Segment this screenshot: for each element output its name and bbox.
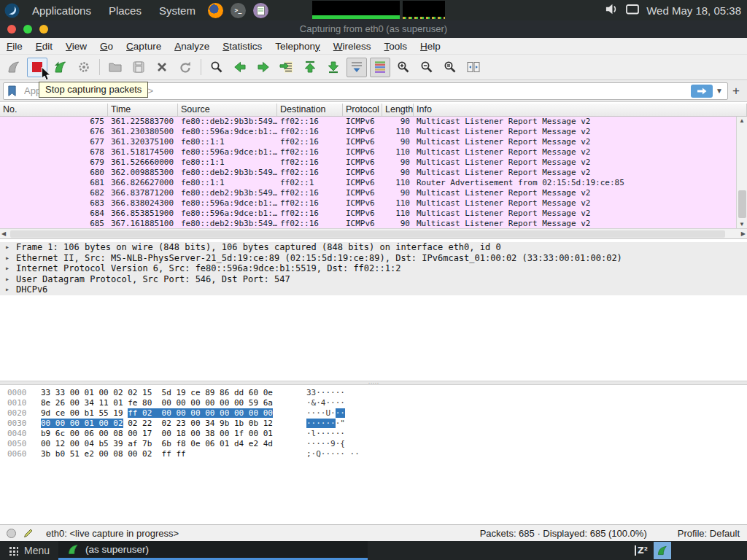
packet-row[interactable]: 682366.837871200fe80::deb2:9b3b:549…ff02… xyxy=(0,188,747,198)
menu-capture[interactable]: Capture xyxy=(120,39,168,53)
expander-icon[interactable]: ▸ xyxy=(5,274,9,285)
hscroll-thumb[interactable] xyxy=(10,230,725,238)
expert-info-icon[interactable] xyxy=(7,529,16,538)
packet-row[interactable]: 677361.320375100fe80::1:1ff02::16ICMPv69… xyxy=(0,137,747,147)
hex-ascii[interactable]: ····U··· xyxy=(306,408,345,419)
hex-ascii[interactable]: ;·Q····· ·· xyxy=(306,449,360,459)
hex-row[interactable]: 000033 33 00 01 00 02 02 15 5d 19 ce 89 … xyxy=(0,388,747,398)
scroll-up-icon[interactable]: ▲ xyxy=(737,117,747,124)
hex-row[interactable]: 00603b b0 51 e2 00 08 00 02 ff ff;·Q····… xyxy=(0,449,747,459)
menu-edit[interactable]: Edit xyxy=(29,39,59,53)
detail-row[interactable]: ▸Ethernet II, Src: MS-NLB-PhysServer-21_… xyxy=(0,253,747,264)
expander-icon[interactable]: ▸ xyxy=(5,242,9,253)
packet-row[interactable]: 680362.009885300fe80::deb2:9b3b:549…ff02… xyxy=(0,168,747,178)
applications-menu[interactable]: Applications xyxy=(23,0,100,20)
capture-options-button[interactable] xyxy=(74,58,94,77)
hex-bytes[interactable]: 3b b0 51 e2 00 08 00 02 ff ff xyxy=(41,449,186,459)
menu-tools[interactable]: Tools xyxy=(378,39,414,53)
zoom-out-button[interactable] xyxy=(417,58,437,77)
hex-bytes[interactable]: 00 00 00 01 00 02 02 22 02 23 00 34 9b 1… xyxy=(41,419,273,429)
hex-ascii[interactable]: ·······" xyxy=(306,419,345,429)
packet-row[interactable]: 681366.826627000fe80::1:1ff02::1ICMPv611… xyxy=(0,178,747,188)
packet-list-vscrollbar[interactable]: ▲ ▼ xyxy=(736,117,747,228)
hex-row[interactable]: 00108e 26 00 34 11 01 fe 80 00 00 00 00 … xyxy=(0,398,747,408)
speaker-icon[interactable] xyxy=(605,2,619,18)
firefox-icon[interactable] xyxy=(208,3,223,18)
colorize-button[interactable] xyxy=(370,58,390,77)
hex-bytes[interactable]: 33 33 00 01 00 02 02 15 5d 19 ce 89 86 d… xyxy=(41,388,273,398)
go-forward-button[interactable] xyxy=(253,58,274,77)
column-header-destination[interactable]: Destination xyxy=(277,104,343,116)
start-capture-button[interactable] xyxy=(4,58,24,77)
detail-row[interactable]: ▸Internet Protocol Version 6, Src: fe80:… xyxy=(0,263,747,274)
detail-row[interactable]: ▸User Datagram Protocol, Src Port: 546, … xyxy=(0,274,747,285)
notes-icon[interactable] xyxy=(253,3,268,18)
column-header-length[interactable]: Length xyxy=(382,104,414,116)
restart-capture-button[interactable] xyxy=(50,58,71,77)
detail-row[interactable]: ▸DHCPv6 xyxy=(0,284,747,295)
keyboard-layout-indicator[interactable]: Z² xyxy=(635,545,648,556)
column-header-time[interactable]: Time xyxy=(108,104,178,116)
hex-bytes[interactable]: 9d ce 00 b1 55 19 ff 02 00 00 00 00 00 0… xyxy=(41,408,273,419)
packet-row[interactable]: 678361.518174500fe80::596a:9dce:b1:…ff02… xyxy=(0,147,747,158)
column-header-info[interactable]: Info xyxy=(414,104,747,116)
menu-help[interactable]: Help xyxy=(414,39,447,53)
column-header-protocol[interactable]: Protocol xyxy=(343,104,382,116)
go-to-packet-button[interactable] xyxy=(276,58,297,77)
capture-comment-pencil-icon[interactable] xyxy=(23,527,34,539)
vscroll-thumb[interactable] xyxy=(738,190,746,218)
packet-row[interactable]: 676361.230380500fe80::596a:9dce:b1:…ff02… xyxy=(0,127,747,137)
find-packet-button[interactable] xyxy=(206,58,227,77)
expander-icon[interactable]: ▸ xyxy=(5,284,9,295)
packet-list-hscrollbar[interactable]: ◀ ▶ xyxy=(0,228,747,239)
places-menu[interactable]: Places xyxy=(100,0,150,20)
go-first-button[interactable] xyxy=(300,58,320,77)
terminal-icon[interactable]: >_ xyxy=(231,3,246,18)
menu-analyze[interactable]: Analyze xyxy=(168,39,216,53)
packet-row[interactable]: 679361.526660000fe80::1:1ff02::16ICMPv69… xyxy=(0,158,747,168)
packet-row[interactable]: 684366.853851900fe80::596a:9dce:b1:…ff02… xyxy=(0,209,747,219)
expander-icon[interactable]: ▸ xyxy=(5,253,9,264)
distributor-logo-icon[interactable] xyxy=(4,3,20,18)
menu-statistics[interactable]: Statistics xyxy=(216,39,268,53)
hex-ascii[interactable]: ·l······ xyxy=(306,429,345,439)
scroll-down-icon[interactable]: ▼ xyxy=(737,221,747,228)
menu-telephony[interactable]: Telephony xyxy=(268,39,327,53)
hex-ascii[interactable]: ·····9·{ xyxy=(306,439,345,449)
packet-row[interactable]: 685367.161885100fe80::deb2:9b3b:549…ff02… xyxy=(0,219,747,229)
menu-button[interactable]: Menu xyxy=(0,541,58,560)
reload-button[interactable] xyxy=(175,58,196,77)
close-file-button[interactable] xyxy=(152,58,172,77)
expander-icon[interactable]: ▸ xyxy=(5,263,9,274)
column-header-no[interactable]: No. xyxy=(0,104,108,116)
apply-filter-arrow-icon[interactable] xyxy=(691,85,713,98)
scroll-right-icon[interactable]: ▶ xyxy=(741,230,746,237)
filter-dropdown-caret-icon[interactable]: ▼ xyxy=(716,87,723,95)
open-file-button[interactable] xyxy=(105,58,125,77)
taskbar-window-button[interactable]: (as superuser) xyxy=(58,541,368,560)
hex-row[interactable]: 00209d ce 00 b1 55 19 ff 02 00 00 00 00 … xyxy=(0,408,747,419)
menu-file[interactable]: File xyxy=(0,39,29,53)
profile-label[interactable]: Profile: Default xyxy=(678,528,740,539)
hex-row[interactable]: 005000 12 00 04 b5 39 af 7b 6b f8 0e 06 … xyxy=(0,439,747,449)
zoom-reset-button[interactable] xyxy=(440,58,460,77)
hex-ascii[interactable]: 33······ xyxy=(306,388,345,398)
hex-bytes[interactable]: 8e 26 00 34 11 01 fe 80 00 00 00 00 00 0… xyxy=(41,398,273,408)
resize-columns-button[interactable] xyxy=(463,58,484,77)
go-last-button[interactable] xyxy=(323,58,344,77)
system-menu[interactable]: System xyxy=(150,0,204,20)
hex-bytes[interactable]: b9 6c 00 06 00 08 00 17 00 18 00 38 00 1… xyxy=(41,429,273,439)
hex-row[interactable]: 0040b9 6c 00 06 00 08 00 17 00 18 00 38 … xyxy=(0,429,747,439)
go-back-button[interactable] xyxy=(230,58,250,77)
menu-go[interactable]: Go xyxy=(93,39,120,53)
add-filter-button[interactable]: + xyxy=(728,84,744,98)
hex-row[interactable]: 003000 00 00 01 00 02 02 22 02 23 00 34 … xyxy=(0,419,747,429)
clock[interactable]: Wed May 18, 05:38 xyxy=(646,4,741,17)
wireshark-tray-icon[interactable] xyxy=(654,542,671,559)
packet-row[interactable]: 675361.225883700fe80::deb2:9b3b:549…ff02… xyxy=(0,117,747,127)
auto-scroll-button[interactable] xyxy=(347,58,367,77)
display-icon[interactable] xyxy=(625,3,640,18)
menu-wireless[interactable]: Wireless xyxy=(327,39,378,53)
column-header-source[interactable]: Source xyxy=(178,104,277,116)
hex-bytes[interactable]: 00 12 00 04 b5 39 af 7b 6b f8 0e 06 01 d… xyxy=(41,439,273,449)
